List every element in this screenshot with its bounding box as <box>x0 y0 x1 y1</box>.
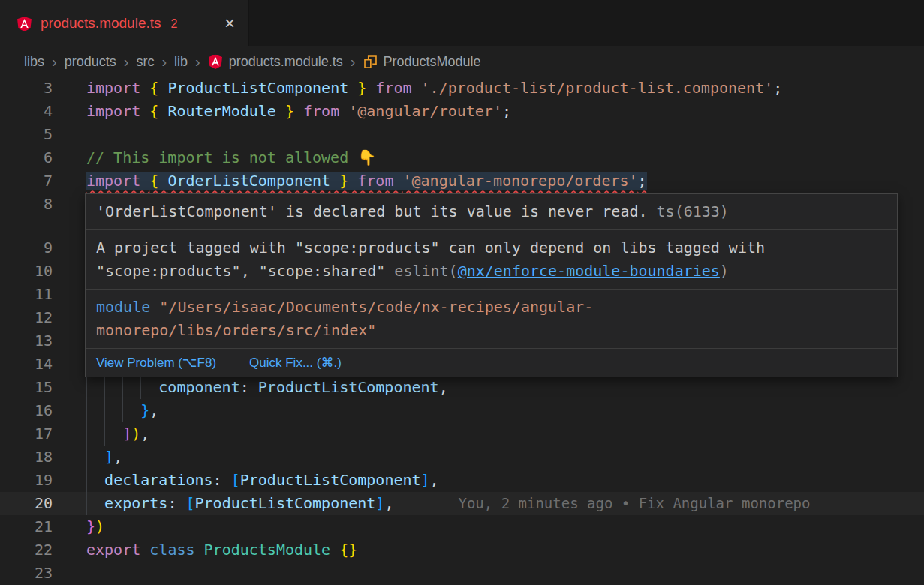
line-number[interactable]: 21 <box>0 515 53 538</box>
line-content[interactable] <box>86 123 924 146</box>
code-text: export class ProductsModule {} <box>86 541 357 559</box>
line-content[interactable]: import { ProductListComponent } from './… <box>86 76 924 100</box>
breadcrumb-item[interactable]: lib <box>174 54 188 70</box>
quick-fix-button[interactable]: Quick Fix... (⌘.) <box>249 355 342 370</box>
breadcrumb-item[interactable]: products.module.ts <box>208 54 343 70</box>
class-icon <box>363 55 378 69</box>
line-number[interactable]: 14 <box>0 352 53 376</box>
code-text: import { ProductListComponent } from './… <box>86 79 782 97</box>
line-number[interactable]: 19 <box>0 469 53 492</box>
line-content[interactable]: }, <box>86 399 924 422</box>
breadcrumb: libs›products›src›lib›products.module.ts… <box>0 46 924 76</box>
code-text: exports: [ProductListComponent], <box>86 494 393 512</box>
line-number[interactable]: 13 <box>0 329 53 352</box>
breadcrumb-separator: › <box>351 53 356 70</box>
tab-bar: products.module.ts 2 × <box>0 0 924 46</box>
breadcrumb-label: products <box>65 54 116 70</box>
code-line-22[interactable]: 22export class ProductsModule {} <box>0 538 924 562</box>
code-line-23[interactable]: 23 <box>0 562 924 585</box>
indent-guide <box>86 446 87 469</box>
line-number[interactable]: 8 <box>0 193 53 216</box>
breadcrumb-label: src <box>136 54 154 70</box>
line-number[interactable]: 22 <box>0 538 53 562</box>
line-number[interactable]: 4 <box>0 100 53 123</box>
line-number[interactable]: 12 <box>0 306 53 329</box>
code-line-20[interactable]: 20 exports: [ProductListComponent],You, … <box>0 492 924 515</box>
line-number[interactable]: 20 <box>0 492 53 515</box>
line-number[interactable]: 10 <box>0 260 53 283</box>
breadcrumb-item[interactable]: src <box>136 54 154 70</box>
hover-text: 'OrderListComponent' is declared but its… <box>96 202 648 220</box>
hover-section-ts-diagnostic: 'OrderListComponent' is declared but its… <box>86 194 897 230</box>
line-number[interactable]: 9 <box>0 236 53 260</box>
line-number[interactable]: 17 <box>0 422 53 446</box>
line-content[interactable] <box>86 562 924 585</box>
hover-actions: View Problem (⌥F8)Quick Fix... (⌘.) <box>86 349 897 376</box>
code-line-19[interactable]: 19 declarations: [ProductListComponent], <box>0 469 924 492</box>
line-content[interactable]: component: ProductListComponent, <box>86 376 924 399</box>
breadcrumb-label: products.module.ts <box>229 54 343 70</box>
indent-guide <box>104 399 105 422</box>
line-content[interactable]: // This import is not allowed 👇 <box>86 146 924 170</box>
eslint-rule-link[interactable]: @nx/enforce-module-boundaries <box>458 262 720 280</box>
error-squiggle-text: import { OrderListComponent } from '@ang… <box>86 172 647 190</box>
code-line-3[interactable]: 3import { ProductListComponent } from '.… <box>0 76 924 100</box>
line-number[interactable]: 5 <box>0 123 53 146</box>
angular-icon <box>208 54 223 69</box>
line-content[interactable]: }) <box>86 515 924 538</box>
code-line-7[interactable]: 7import { OrderListComponent } from '@an… <box>0 170 924 193</box>
line-number[interactable]: 11 <box>0 283 53 306</box>
hover-text: module <box>96 298 159 316</box>
line-number[interactable]: 15 <box>0 376 53 399</box>
line-number[interactable]: 18 <box>0 446 53 469</box>
indent-guide <box>104 376 105 399</box>
breadcrumb-item[interactable]: products <box>65 54 116 70</box>
hover-section-eslint-diagnostic: A project tagged with "scope:products" c… <box>86 230 897 290</box>
indent-guide <box>122 399 123 422</box>
indent-guide <box>86 422 87 446</box>
indent-guide <box>86 376 87 399</box>
code-line-15[interactable]: 15 component: ProductListComponent, <box>0 376 924 399</box>
breadcrumb-separator: › <box>161 53 167 70</box>
line-number[interactable]: 23 <box>0 562 53 585</box>
breadcrumb-item[interactable]: libs <box>24 54 44 70</box>
code-line-4[interactable]: 4import { RouterModule } from '@angular/… <box>0 100 924 123</box>
indent-guide <box>86 399 87 422</box>
code-text: ], <box>86 448 122 466</box>
breadcrumb-label: lib <box>174 54 188 70</box>
indent-guide <box>140 376 141 399</box>
tab-label: products.module.ts <box>41 15 161 32</box>
breadcrumb-separator: › <box>195 53 200 70</box>
close-icon[interactable]: × <box>224 14 235 32</box>
line-content[interactable]: exports: [ProductListComponent],You, 2 m… <box>86 492 924 515</box>
breadcrumb-item[interactable]: ProductsModule <box>363 54 481 70</box>
editor: 3import { ProductListComponent } from '.… <box>0 76 924 585</box>
view-problem-button[interactable]: View Problem (⌥F8) <box>96 355 216 370</box>
code-text: // This import is not allowed 👇 <box>86 148 376 166</box>
indent-guide <box>104 422 105 446</box>
line-content[interactable]: declarations: [ProductListComponent], <box>86 469 924 492</box>
line-number[interactable]: 7 <box>0 170 53 193</box>
indent-guide <box>86 469 87 492</box>
line-number[interactable]: 16 <box>0 399 53 422</box>
line-content[interactable]: import { OrderListComponent } from '@ang… <box>86 170 924 193</box>
code-line-18[interactable]: 18 ], <box>0 446 924 469</box>
hover-section-module-info: module "/Users/isaac/Documents/code/nx-r… <box>86 290 897 349</box>
code-line-5[interactable]: 5 <box>0 123 924 146</box>
line-content[interactable]: ]), <box>86 422 924 446</box>
line-number[interactable]: 3 <box>0 76 53 100</box>
line-content[interactable]: ], <box>86 446 924 469</box>
line-content[interactable]: export class ProductsModule {} <box>86 538 924 562</box>
code-text: }) <box>86 518 104 536</box>
hover-popup: 'OrderListComponent' is declared but its… <box>85 194 898 377</box>
code-line-21[interactable]: 21}) <box>0 515 924 538</box>
code-line-6[interactable]: 6// This import is not allowed 👇 <box>0 146 924 170</box>
line-content[interactable]: import { RouterModule } from '@angular/r… <box>86 100 924 123</box>
code-line-17[interactable]: 17 ]), <box>0 422 924 446</box>
hover-text: eslint( <box>394 262 457 280</box>
code-line-16[interactable]: 16 }, <box>0 399 924 422</box>
line-number[interactable]: 6 <box>0 146 53 170</box>
tab-products-module-ts[interactable]: products.module.ts 2 × <box>0 0 249 46</box>
breadcrumb-separator: › <box>124 53 129 70</box>
tab-problems-badge: 2 <box>171 17 178 31</box>
